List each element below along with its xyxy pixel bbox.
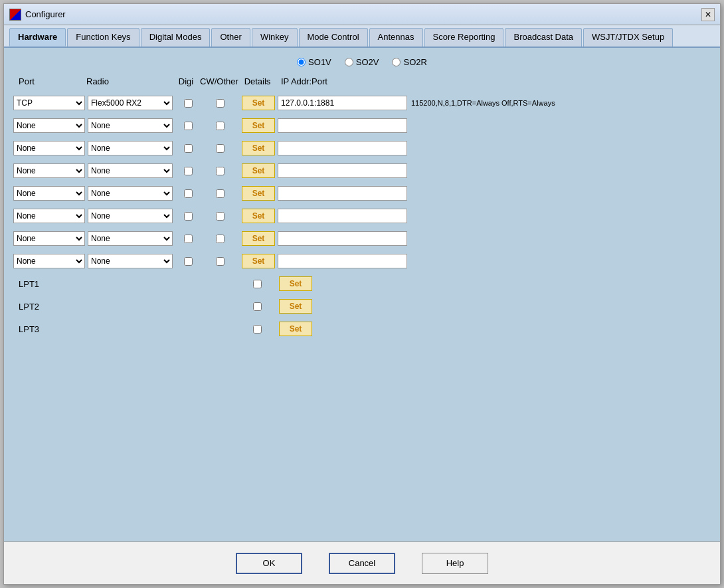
- port-select-3[interactable]: NoneTCPCOM1: [13, 141, 85, 155]
- lpt2-label: LPT2: [13, 302, 66, 312]
- radio-select-4[interactable]: NoneFlex5000 RX2: [88, 163, 173, 178]
- digi-cb-1[interactable]: [184, 99, 193, 108]
- tab-other[interactable]: Other: [211, 28, 250, 47]
- lpt3-row: LPT3 Set: [11, 320, 713, 338]
- cwother-cb-6[interactable]: [216, 212, 225, 221]
- set-button-6[interactable]: Set: [242, 209, 275, 223]
- radio-select-6[interactable]: NoneFlex5000 RX2: [88, 209, 173, 223]
- digi-cb-5[interactable]: [184, 189, 193, 198]
- port-select-2[interactable]: NoneTCPCOM1: [13, 118, 85, 133]
- set-button-5[interactable]: Set: [242, 186, 275, 201]
- radio-select-3[interactable]: NoneFlex5000 RX2: [88, 141, 173, 155]
- ip-input-1[interactable]: [278, 96, 407, 110]
- cwother-cb-2[interactable]: [216, 122, 225, 130]
- radio-select-7[interactable]: NoneFlex5000 RX2: [88, 231, 173, 246]
- set-button-8[interactable]: Set: [242, 254, 275, 268]
- main-content: SO1V SO2V SO2R Port Radio Digi CW/Other …: [4, 48, 720, 541]
- tab-wsjt-jtdx-setup[interactable]: WSJT/JTDX Setup: [583, 28, 673, 47]
- tab-antennas[interactable]: Antennas: [369, 28, 423, 47]
- lpt3-label: LPT3: [13, 324, 66, 334]
- so2r-option[interactable]: SO2R: [392, 57, 426, 67]
- tab-mode-control[interactable]: Mode Control: [299, 28, 368, 47]
- cwother-cb-8[interactable]: [216, 257, 225, 266]
- digi-cb-8[interactable]: [184, 257, 193, 266]
- so1v-radio[interactable]: [297, 58, 306, 66]
- tab-function-keys[interactable]: Function Keys: [67, 28, 139, 47]
- col-header-radio: Radio: [86, 76, 173, 86]
- set-button-7[interactable]: Set: [242, 231, 275, 246]
- tab-score-reporting[interactable]: Score Reporting: [424, 28, 504, 47]
- lpt1-set-button[interactable]: Set: [279, 276, 312, 291]
- digi-cb-7[interactable]: [184, 235, 193, 243]
- so2r-radio[interactable]: [392, 58, 401, 66]
- tab-winkey[interactable]: Winkey: [252, 28, 298, 47]
- port-select-6[interactable]: NoneTCPCOM1: [13, 209, 85, 223]
- tab-hardware[interactable]: Hardware: [9, 28, 66, 47]
- window-title: Configurer: [25, 9, 66, 19]
- lpt3-set-button[interactable]: Set: [279, 322, 312, 336]
- port-select-4[interactable]: NoneTCPCOM1: [13, 163, 85, 178]
- cancel-button[interactable]: Cancel: [329, 553, 395, 574]
- table-row: TCPNoneCOM1COM2 Flex5000 RX2NoneIcom IC-…: [11, 94, 713, 112]
- ip-input-7[interactable]: [278, 231, 407, 246]
- lpt3-cwother-cb[interactable]: [253, 325, 262, 334]
- titlebar-left: Configurer: [9, 9, 66, 21]
- cwother-cb-4[interactable]: [216, 167, 225, 175]
- ok-button[interactable]: OK: [236, 553, 302, 574]
- help-button[interactable]: Help: [422, 553, 488, 574]
- so2v-radio[interactable]: [345, 58, 353, 66]
- table-row: NoneTCPCOM1 NoneFlex5000 RX2 Set: [11, 207, 713, 225]
- so1v-label: SO1V: [308, 57, 331, 67]
- footer: OK Cancel Help: [4, 541, 720, 584]
- ip-input-5[interactable]: [278, 186, 407, 201]
- tab-digital-modes[interactable]: Digital Modes: [141, 28, 211, 47]
- col-header-cwother: CW/Other: [199, 76, 239, 86]
- lpt2-set-button[interactable]: Set: [279, 299, 312, 314]
- so1v-option[interactable]: SO1V: [297, 57, 331, 67]
- lpt2-row: LPT2 Set: [11, 298, 713, 315]
- ip-input-6[interactable]: [278, 209, 407, 223]
- cwother-cb-7[interactable]: [216, 235, 225, 243]
- cwother-cb-5[interactable]: [216, 189, 225, 198]
- port-select-1[interactable]: TCPNoneCOM1COM2: [13, 96, 85, 110]
- table-row: NoneTCPCOM1 NoneFlex5000 RX2 Set: [11, 140, 713, 157]
- set-button-4[interactable]: Set: [242, 163, 275, 178]
- port-select-5[interactable]: NoneTCPCOM1: [13, 186, 85, 201]
- ip-input-2[interactable]: [278, 118, 407, 133]
- lpt1-cwother-cb[interactable]: [253, 280, 262, 288]
- col-header-ipaddr: IP Addr:Port: [276, 76, 408, 86]
- ip-input-8[interactable]: [278, 254, 407, 268]
- radio-select-5[interactable]: NoneFlex5000 RX2: [88, 186, 173, 201]
- cwother-cb-3[interactable]: [216, 144, 225, 153]
- so2r-label: SO2R: [403, 57, 426, 67]
- ip-input-3[interactable]: [278, 141, 407, 155]
- digi-cb-6[interactable]: [184, 212, 193, 221]
- port-select-7[interactable]: NoneTCPCOM1: [13, 231, 85, 246]
- col-header-details: Details: [239, 76, 276, 86]
- port-select-8[interactable]: NoneTCPCOM1: [13, 254, 85, 268]
- app-icon: [9, 9, 21, 21]
- digi-cb-3[interactable]: [184, 144, 193, 153]
- table-row: NoneTCPCOM1 NoneFlex5000 RX2 Set: [11, 162, 713, 179]
- main-window: Configurer ✕ Hardware Function Keys Digi…: [3, 3, 721, 585]
- set-button-1[interactable]: Set: [242, 96, 275, 110]
- col-header-port: Port: [13, 76, 86, 86]
- digi-cb-2[interactable]: [184, 122, 193, 130]
- cwother-cb-1[interactable]: [216, 99, 225, 108]
- radio-select-1[interactable]: Flex5000 RX2NoneIcom IC-7300: [88, 96, 173, 110]
- tab-broadcast-data[interactable]: Broadcast Data: [505, 28, 582, 47]
- set-button-2[interactable]: Set: [242, 118, 275, 133]
- set-button-3[interactable]: Set: [242, 141, 275, 155]
- close-button[interactable]: ✕: [701, 8, 715, 21]
- details-text-1: 115200,N,8,1,DTR=Always Off,RTS=Always: [407, 99, 555, 107]
- so2v-option[interactable]: SO2V: [345, 57, 379, 67]
- tab-bar: Hardware Function Keys Digital Modes Oth…: [4, 25, 720, 48]
- lpt2-cwother-cb[interactable]: [253, 302, 262, 311]
- digi-cb-4[interactable]: [184, 167, 193, 175]
- ip-input-4[interactable]: [278, 163, 407, 178]
- lpt1-label: LPT1: [13, 279, 66, 289]
- column-headers: Port Radio Digi CW/Other Details IP Addr…: [11, 75, 713, 89]
- radio-select-2[interactable]: NoneFlex5000 RX2: [88, 118, 173, 133]
- radio-select-8[interactable]: NoneFlex5000 RX2: [88, 254, 173, 268]
- table-row: NoneTCPCOM1 NoneFlex5000 RX2 Set: [11, 230, 713, 247]
